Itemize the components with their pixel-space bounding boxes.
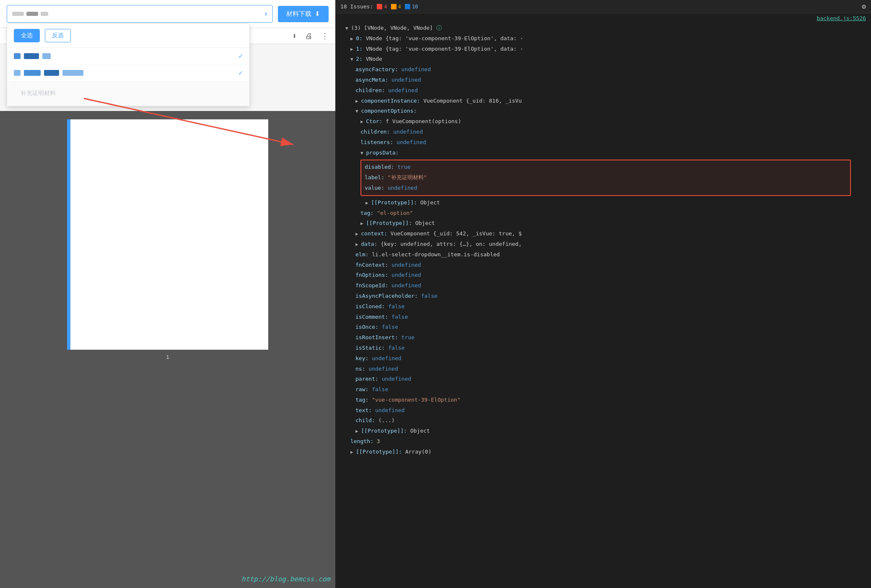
watermark: http://blog.bemcss.com xyxy=(241,575,330,583)
info-icon: ⓘ xyxy=(436,25,442,31)
settings-icon[interactable]: ⚙ xyxy=(862,3,866,10)
disabled-node: disabled: true xyxy=(365,162,847,173)
issues-label: 18 Issues: xyxy=(340,3,373,10)
document-area: 1 xyxy=(0,111,335,588)
asyncFactory: asyncFactory: undefined xyxy=(335,64,871,75)
isRootInsert-node: isRootInsert: true xyxy=(335,333,871,343)
isComment-node: isComment: false xyxy=(335,312,871,322)
context-node[interactable]: context: VueComponent {_uid: 542, _isVue… xyxy=(335,229,871,239)
listeners-node: listeners: undefined xyxy=(335,137,871,148)
item-box xyxy=(42,53,51,59)
tree-node-2[interactable]: 2: VNode xyxy=(335,54,871,64)
dot1 xyxy=(12,12,24,16)
propsData-node[interactable]: propsData: xyxy=(335,148,871,158)
child-node: child: (...) xyxy=(335,415,871,426)
tag-node: tag: "el-option" xyxy=(335,208,871,219)
error-badge: 🟥 4 xyxy=(376,4,387,10)
select-input[interactable]: ∧ xyxy=(7,5,273,23)
dot3 xyxy=(41,12,48,16)
warn-badge: 🟧 4 xyxy=(391,4,401,10)
prototype-arr-node[interactable]: [[Prototype]]: Array(0) xyxy=(335,447,871,457)
item-box xyxy=(62,70,83,76)
isAsyncPlaceholder-node: isAsyncPlaceholder: false xyxy=(335,291,871,302)
check-mark-1: ✓ xyxy=(238,52,243,60)
data-node[interactable]: data: {key: undefined, attrs: {…}, on: u… xyxy=(335,239,871,250)
dot2 xyxy=(26,12,38,16)
chevron-up-icon: ∧ xyxy=(264,11,267,17)
key-node: key: undefined xyxy=(335,353,871,364)
raw-node: raw: false xyxy=(335,384,871,395)
prototype-obj2-node[interactable]: [[Prototype]]: Object xyxy=(335,218,871,229)
check-mark-2: ✓ xyxy=(238,69,243,77)
tree-node-1[interactable]: 1: VNode {tag: 'vue-component-39-ElOptio… xyxy=(335,44,871,54)
invert-button[interactable]: 反选 xyxy=(45,29,71,42)
item-2-content xyxy=(14,70,238,76)
label-node: label: "补充证明材料" xyxy=(365,173,847,183)
tree-node-0[interactable]: 0: VNode {tag: 'vue-component-39-ElOptio… xyxy=(335,34,871,44)
item-box xyxy=(24,53,39,59)
page-number: 1 xyxy=(166,354,169,360)
tree-root[interactable]: (3) [VNode, VNode, VNode] ⓘ xyxy=(335,23,871,34)
file-link[interactable]: backend.js:5526 xyxy=(335,13,871,23)
dropdown-item-1[interactable]: ✓ xyxy=(7,48,249,64)
tag2-node: tag: "vue-component-39-ElOption" xyxy=(335,395,871,405)
disabled-item-label: 补充证明材料 xyxy=(14,85,62,101)
ns-node: ns: undefined xyxy=(335,364,871,374)
isOnce-node: isOnce: false xyxy=(335,322,871,333)
text-node: text: undefined xyxy=(335,405,871,416)
dropdown-header: 全选 反选 xyxy=(7,24,249,48)
asyncMeta: asyncMeta: undefined xyxy=(335,75,871,85)
props-data-highlight: disabled: true label: "补充证明材料" value: un… xyxy=(360,160,851,196)
item-1-content xyxy=(14,53,238,59)
dropdown-panel: 全选 反选 ✓ ✓ 补充证明材料 xyxy=(7,23,250,106)
ctor-node[interactable]: Ctor: f VueComponent(options) xyxy=(335,116,871,127)
item-box xyxy=(44,70,59,76)
toolbar-more-icon[interactable]: ⋮ xyxy=(321,31,329,40)
left-panel: ∧ 材料下载 ⬇ ⬇ 🖨 ⋮ 全选 反选 ✓ xyxy=(0,0,335,588)
value-node: value: undefined xyxy=(365,183,847,193)
fnContext-node: fnContext: undefined xyxy=(335,260,871,271)
prototype-obj-node[interactable]: [[Prototype]]: Object xyxy=(335,198,871,208)
componentOptions-node[interactable]: componentOptions: xyxy=(335,106,871,116)
item-box xyxy=(24,70,41,76)
isCloned-node: isCloned: false xyxy=(335,302,871,312)
download-icon: ⬇ xyxy=(315,10,320,18)
devtools-header: 18 Issues: 🟥 4 🟧 4 🟦 10 ⚙ xyxy=(335,0,871,13)
tree-root-label: (3) [VNode, VNode, VNode] xyxy=(351,25,433,31)
fnOptions-node: fnOptions: undefined xyxy=(335,270,871,281)
prototype3-node[interactable]: [[Prototype]]: Object xyxy=(335,426,871,436)
componentInstance-node[interactable]: componentInstance: VueComponent {_uid: 8… xyxy=(335,96,871,106)
right-panel: 18 Issues: 🟥 4 🟧 4 🟦 10 ⚙ backend.js:552… xyxy=(335,0,871,588)
isStatic-node: isStatic: false xyxy=(335,343,871,353)
info-badge: 🟦 10 xyxy=(404,4,418,10)
children2-node: children: undefined xyxy=(335,127,871,137)
length-node: length: 3 xyxy=(335,436,871,447)
dropdown-item-2[interactable]: ✓ xyxy=(7,64,249,81)
toolbar-download-icon[interactable]: ⬇ xyxy=(292,31,297,40)
issues-badge: 18 Issues: 🟥 4 🟧 4 🟦 10 xyxy=(340,3,418,10)
download-button[interactable]: 材料下载 ⬇ xyxy=(278,6,329,22)
item-box xyxy=(14,70,21,76)
children-node: children: undefined xyxy=(335,85,871,96)
download-label: 材料下载 xyxy=(286,10,311,18)
select-input-content xyxy=(12,12,48,16)
dropdown-item-3-disabled: 补充证明材料 xyxy=(7,81,249,106)
elm-node: elm: li.el-select-dropdown__item.is-disa… xyxy=(335,250,871,260)
fnScopeId-node: fnScopeId: undefined xyxy=(335,281,871,291)
item-box xyxy=(14,53,21,59)
parent-node: parent: undefined xyxy=(335,374,871,384)
document-page: 1 xyxy=(67,119,268,350)
doc-blue-bar xyxy=(67,119,70,350)
toolbar-print-icon[interactable]: 🖨 xyxy=(305,31,313,40)
select-all-button[interactable]: 全选 xyxy=(14,29,40,42)
